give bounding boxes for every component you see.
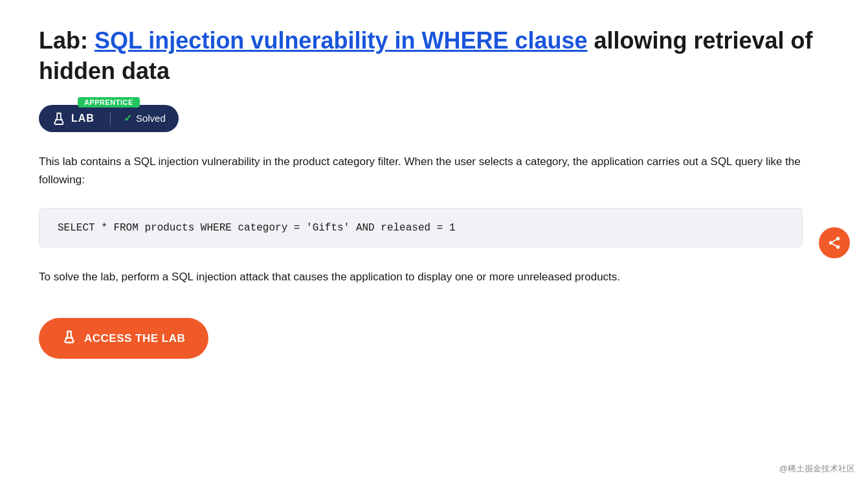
svg-line-5 [832,243,836,246]
svg-point-4 [836,245,840,249]
title-highlight: SQL injection vulnerability in WHERE cla… [95,27,588,54]
share-button[interactable] [819,227,850,258]
solved-label: Solved [136,113,166,124]
lab-label: LAB [71,113,95,124]
page-title: Lab: SQL injection vulnerability in WHER… [39,26,816,87]
lab-description: This lab contains a SQL injection vulner… [39,153,803,190]
badge-row: APPRENTICE LAB ✓ Solved [39,105,829,132]
code-snippet: SELECT * FROM products WHERE category = … [58,222,456,234]
share-icon [827,236,841,250]
divider [110,112,111,125]
solve-description: To solve the lab, perform a SQL injectio… [39,268,803,287]
svg-point-3 [829,241,833,245]
access-lab-label: ACCESS THE LAB [84,332,185,345]
svg-point-2 [836,236,840,240]
check-icon: ✓ [124,112,132,124]
watermark: @稀土掘金技术社区 [779,463,855,475]
code-block: SELECT * FROM products WHERE category = … [39,208,803,247]
svg-line-6 [832,239,836,242]
access-flask-icon [62,330,76,347]
flask-icon [52,111,66,126]
apprentice-badge: APPRENTICE [78,97,140,107]
title-prefix: Lab: [39,27,95,54]
lab-pill: APPRENTICE LAB ✓ Solved [39,105,179,132]
access-lab-button[interactable]: ACCESS THE LAB [39,318,208,359]
solved-wrap: ✓ Solved [124,112,166,124]
